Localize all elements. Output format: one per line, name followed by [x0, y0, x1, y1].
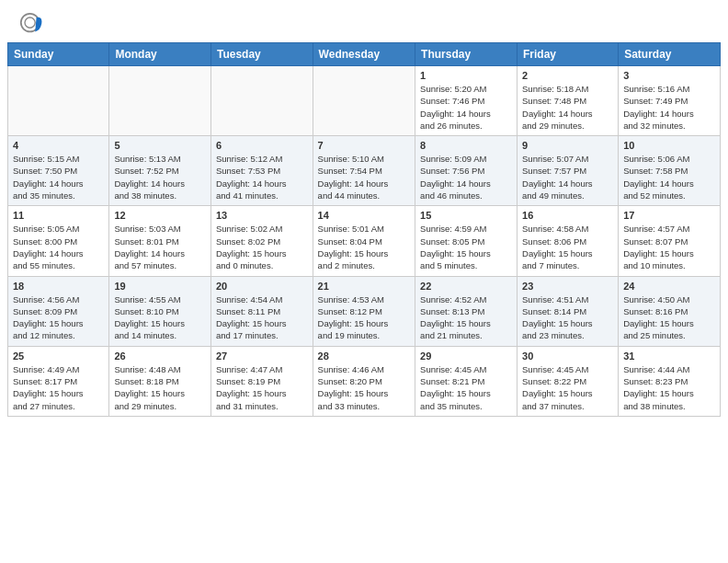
day-number: 11 [13, 210, 104, 221]
day-number: 16 [522, 210, 613, 221]
day-number: 25 [13, 350, 104, 362]
calendar-cell [210, 66, 313, 136]
calendar-cell [313, 66, 415, 136]
day-info: Sunrise: 4:54 AM Sunset: 8:11 PM Dayligh… [216, 293, 308, 342]
calendar-header-row: SundayMondayTuesdayWednesdayThursdayFrid… [8, 43, 721, 66]
day-info: Sunrise: 5:02 AM Sunset: 8:02 PM Dayligh… [216, 223, 308, 271]
day-number: 18 [13, 281, 104, 292]
day-info: Sunrise: 5:16 AM Sunset: 7:49 PM Dayligh… [623, 83, 715, 132]
col-header-thursday: Thursday [415, 43, 518, 66]
day-info: Sunrise: 4:59 AM Sunset: 8:05 PM Dayligh… [420, 223, 512, 271]
day-number: 10 [623, 140, 715, 151]
logo [18, 11, 48, 37]
day-number: 3 [623, 70, 715, 81]
calendar-week-row: 11Sunrise: 5:05 AM Sunset: 8:00 PM Dayli… [8, 206, 721, 276]
day-number: 13 [216, 210, 308, 221]
day-info: Sunrise: 5:15 AM Sunset: 7:50 PM Dayligh… [13, 153, 104, 201]
day-number: 30 [522, 350, 613, 362]
day-info: Sunrise: 5:09 AM Sunset: 7:56 PM Dayligh… [420, 153, 512, 201]
calendar-cell: 8Sunrise: 5:09 AM Sunset: 7:56 PM Daylig… [415, 136, 518, 206]
day-info: Sunrise: 5:06 AM Sunset: 7:58 PM Dayligh… [623, 153, 715, 201]
calendar-cell: 26Sunrise: 4:48 AM Sunset: 8:18 PM Dayli… [109, 346, 211, 416]
col-header-tuesday: Tuesday [210, 43, 313, 66]
day-number: 4 [13, 140, 104, 151]
calendar-cell: 20Sunrise: 4:54 AM Sunset: 8:11 PM Dayli… [210, 276, 313, 346]
day-info: Sunrise: 4:53 AM Sunset: 8:12 PM Dayligh… [318, 293, 410, 342]
calendar-cell: 31Sunrise: 4:44 AM Sunset: 8:23 PM Dayli… [619, 346, 721, 416]
calendar-week-row: 18Sunrise: 4:56 AM Sunset: 8:09 PM Dayli… [8, 276, 721, 346]
day-info: Sunrise: 5:05 AM Sunset: 8:00 PM Dayligh… [13, 223, 104, 271]
calendar-cell: 11Sunrise: 5:05 AM Sunset: 8:00 PM Dayli… [8, 206, 109, 276]
day-info: Sunrise: 4:51 AM Sunset: 8:14 PM Dayligh… [522, 293, 613, 342]
col-header-wednesday: Wednesday [313, 43, 415, 66]
day-info: Sunrise: 5:07 AM Sunset: 7:57 PM Dayligh… [522, 153, 613, 201]
calendar-cell: 18Sunrise: 4:56 AM Sunset: 8:09 PM Dayli… [8, 276, 109, 346]
calendar-cell: 3Sunrise: 5:16 AM Sunset: 7:49 PM Daylig… [619, 66, 721, 136]
page-header [0, 0, 728, 42]
col-header-friday: Friday [518, 43, 619, 66]
calendar-cell: 14Sunrise: 5:01 AM Sunset: 8:04 PM Dayli… [313, 206, 415, 276]
calendar-cell: 15Sunrise: 4:59 AM Sunset: 8:05 PM Dayli… [415, 206, 518, 276]
day-number: 14 [318, 210, 410, 221]
day-info: Sunrise: 5:10 AM Sunset: 7:54 PM Dayligh… [318, 153, 410, 201]
calendar-cell: 17Sunrise: 4:57 AM Sunset: 8:07 PM Dayli… [619, 206, 721, 276]
day-number: 12 [114, 210, 206, 221]
day-info: Sunrise: 4:47 AM Sunset: 8:19 PM Dayligh… [216, 363, 308, 412]
calendar-cell: 10Sunrise: 5:06 AM Sunset: 7:58 PM Dayli… [619, 136, 721, 206]
day-number: 7 [318, 140, 410, 151]
calendar-cell: 27Sunrise: 4:47 AM Sunset: 8:19 PM Dayli… [210, 346, 313, 416]
day-number: 22 [420, 281, 512, 292]
day-number: 23 [522, 281, 613, 292]
svg-point-1 [25, 17, 35, 28]
day-number: 2 [522, 70, 613, 81]
col-header-saturday: Saturday [619, 43, 721, 66]
day-info: Sunrise: 4:52 AM Sunset: 8:13 PM Dayligh… [420, 293, 512, 342]
day-number: 26 [114, 350, 206, 362]
calendar-cell: 9Sunrise: 5:07 AM Sunset: 7:57 PM Daylig… [518, 136, 619, 206]
calendar-cell: 22Sunrise: 4:52 AM Sunset: 8:13 PM Dayli… [415, 276, 518, 346]
day-info: Sunrise: 4:49 AM Sunset: 8:17 PM Dayligh… [13, 363, 104, 412]
day-info: Sunrise: 4:44 AM Sunset: 8:23 PM Dayligh… [623, 363, 715, 412]
day-info: Sunrise: 4:58 AM Sunset: 8:06 PM Dayligh… [522, 223, 613, 271]
day-info: Sunrise: 4:45 AM Sunset: 8:22 PM Dayligh… [522, 363, 613, 412]
calendar-cell: 7Sunrise: 5:10 AM Sunset: 7:54 PM Daylig… [313, 136, 415, 206]
col-header-monday: Monday [109, 43, 211, 66]
day-info: Sunrise: 5:13 AM Sunset: 7:52 PM Dayligh… [114, 153, 206, 201]
day-info: Sunrise: 4:46 AM Sunset: 8:20 PM Dayligh… [318, 363, 410, 412]
day-info: Sunrise: 5:20 AM Sunset: 7:46 PM Dayligh… [420, 83, 512, 132]
day-number: 8 [420, 140, 512, 151]
calendar-cell: 2Sunrise: 5:18 AM Sunset: 7:48 PM Daylig… [518, 66, 619, 136]
col-header-sunday: Sunday [8, 43, 109, 66]
day-number: 21 [318, 281, 410, 292]
calendar-cell: 23Sunrise: 4:51 AM Sunset: 8:14 PM Dayli… [518, 276, 619, 346]
day-info: Sunrise: 5:12 AM Sunset: 7:53 PM Dayligh… [216, 153, 308, 201]
calendar-week-row: 1Sunrise: 5:20 AM Sunset: 7:46 PM Daylig… [8, 66, 721, 136]
calendar-cell: 12Sunrise: 5:03 AM Sunset: 8:01 PM Dayli… [109, 206, 211, 276]
calendar-cell: 6Sunrise: 5:12 AM Sunset: 7:53 PM Daylig… [210, 136, 313, 206]
calendar-cell [109, 66, 211, 136]
calendar-cell: 25Sunrise: 4:49 AM Sunset: 8:17 PM Dayli… [8, 346, 109, 416]
calendar-week-row: 4Sunrise: 5:15 AM Sunset: 7:50 PM Daylig… [8, 136, 721, 206]
calendar-cell: 29Sunrise: 4:45 AM Sunset: 8:21 PM Dayli… [415, 346, 518, 416]
calendar-cell [8, 66, 109, 136]
day-number: 24 [623, 281, 715, 292]
logo-icon [18, 11, 44, 37]
day-info: Sunrise: 4:57 AM Sunset: 8:07 PM Dayligh… [623, 223, 715, 271]
day-number: 20 [216, 281, 308, 292]
day-number: 6 [216, 140, 308, 151]
day-number: 1 [420, 70, 512, 81]
calendar-cell: 19Sunrise: 4:55 AM Sunset: 8:10 PM Dayli… [109, 276, 211, 346]
day-number: 27 [216, 350, 308, 362]
day-number: 17 [623, 210, 715, 221]
calendar-wrapper: SundayMondayTuesdayWednesdayThursdayFrid… [0, 42, 728, 424]
day-number: 28 [318, 350, 410, 362]
day-info: Sunrise: 4:45 AM Sunset: 8:21 PM Dayligh… [420, 363, 512, 412]
day-info: Sunrise: 4:55 AM Sunset: 8:10 PM Dayligh… [114, 293, 206, 342]
calendar-cell: 28Sunrise: 4:46 AM Sunset: 8:20 PM Dayli… [313, 346, 415, 416]
day-number: 15 [420, 210, 512, 221]
day-number: 9 [522, 140, 613, 151]
day-info: Sunrise: 5:18 AM Sunset: 7:48 PM Dayligh… [522, 83, 613, 132]
day-number: 19 [114, 281, 206, 292]
day-info: Sunrise: 5:03 AM Sunset: 8:01 PM Dayligh… [114, 223, 206, 271]
day-number: 31 [623, 350, 715, 362]
